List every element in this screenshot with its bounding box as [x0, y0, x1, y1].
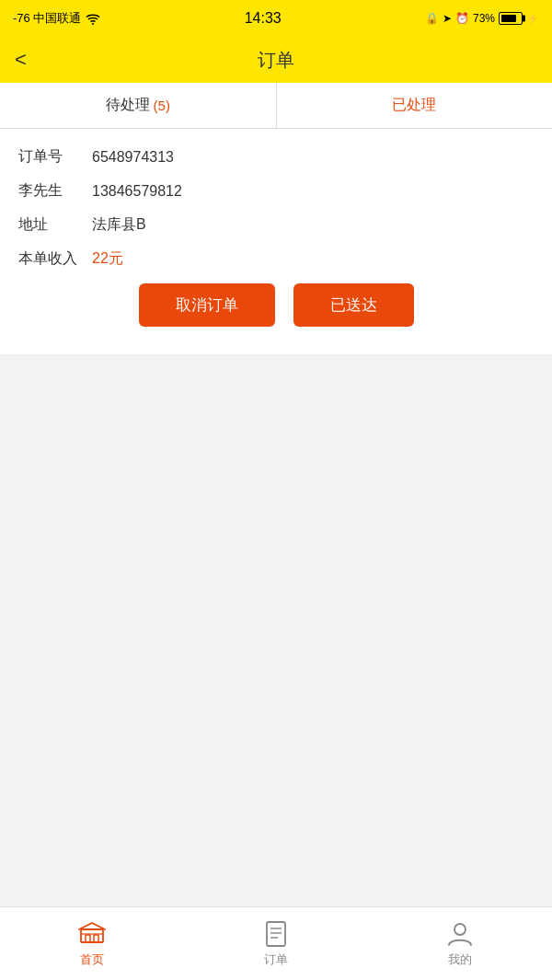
home-icon [75, 920, 109, 948]
address-label: 地址 [18, 215, 92, 235]
battery-icon [499, 12, 523, 25]
alarm-icon: ⏰ [455, 12, 469, 25]
orders-label: 订单 [264, 951, 288, 968]
order-number-value: 6548974313 [92, 149, 174, 166]
tab-pending[interactable]: 待处理 (5) [0, 83, 277, 128]
status-right: 🔒 ➤ ⏰ 73% ⚡ [425, 12, 539, 25]
bottom-nav: 首页 订单 我的 [0, 906, 552, 980]
location-icon: ➤ [443, 12, 452, 25]
order-number-row: 订单号 6548974313 [18, 147, 534, 167]
lock-icon: 🔒 [425, 12, 439, 25]
status-bar: -76 中国联通 14:33 🔒 ➤ ⏰ 73% ⚡ [0, 0, 552, 37]
tab-bar: 待处理 (5) 已处理 [0, 83, 552, 129]
income-value: 22元 [92, 249, 123, 269]
tab-processed[interactable]: 已处理 [277, 83, 553, 128]
empty-content-area [0, 354, 552, 741]
nav-item-orders[interactable]: 订单 [184, 920, 368, 968]
svg-point-0 [92, 23, 94, 25]
customer-phone: 13846579812 [92, 183, 182, 200]
order-card: 订单号 6548974313 李先生 13846579812 地址 法库县B 本… [0, 129, 552, 354]
status-signal: -76 中国联通 [13, 10, 100, 27]
home-label: 首页 [80, 951, 104, 968]
tab-processed-label: 已处理 [392, 96, 436, 115]
wifi-icon [86, 13, 100, 25]
address-value: 法库县B [92, 215, 146, 235]
orders-icon [259, 920, 293, 948]
battery-percent: 73% [473, 12, 495, 25]
page-title: 订单 [258, 48, 294, 73]
svg-rect-5 [267, 922, 285, 946]
tab-pending-label: 待处理 [106, 96, 150, 115]
page-header: < 订单 [0, 37, 552, 83]
address-row: 地址 法库县B [18, 215, 534, 235]
order-number-label: 订单号 [18, 147, 92, 167]
svg-point-9 [454, 924, 466, 935]
back-button[interactable]: < [15, 48, 27, 72]
cancel-order-button[interactable]: 取消订单 [139, 283, 275, 327]
nav-item-profile[interactable]: 我的 [368, 920, 552, 968]
charging-icon: ⚡ [526, 13, 539, 25]
order-actions: 取消订单 已送达 [18, 283, 534, 336]
delivered-button[interactable]: 已送达 [293, 283, 414, 327]
income-row: 本单收入 22元 [18, 249, 534, 269]
profile-label: 我的 [448, 951, 472, 968]
profile-icon [443, 920, 477, 948]
status-time: 14:33 [245, 10, 282, 27]
signal-text: -76 中国联通 [13, 10, 81, 27]
customer-row: 李先生 13846579812 [18, 181, 534, 201]
tab-pending-badge: (5) [154, 98, 170, 113]
svg-rect-2 [86, 935, 90, 942]
svg-rect-3 [94, 935, 98, 942]
svg-rect-1 [81, 929, 103, 942]
customer-label: 李先生 [18, 181, 92, 201]
nav-item-home[interactable]: 首页 [0, 920, 184, 968]
income-label: 本单收入 [18, 249, 92, 269]
